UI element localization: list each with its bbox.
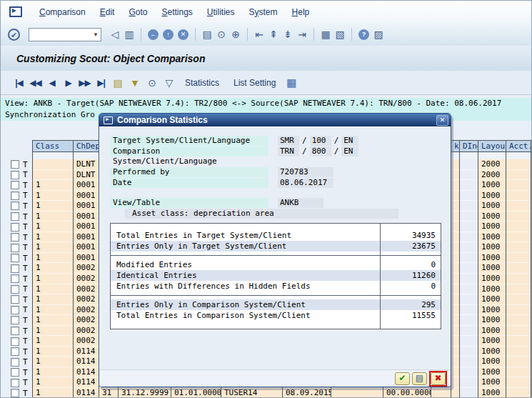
table-cell: [506, 388, 531, 398]
dialog-title-bar[interactable]: Comparison Statistics ✕: [99, 114, 451, 126]
menu-comparison[interactable]: Comparison: [32, 6, 93, 19]
table-cell: [451, 212, 460, 222]
table-cell: 1: [32, 388, 74, 398]
row-checkbox[interactable]: [11, 171, 19, 179]
delete-filter-icon[interactable]: ▽: [161, 77, 178, 89]
row-checkbox[interactable]: [11, 191, 19, 200]
previous-screen-icon[interactable]: ◀◀: [27, 78, 44, 88]
filter-icon[interactable]: ▼: [126, 77, 144, 89]
row-checkbox[interactable]: [11, 337, 19, 346]
command-field[interactable]: ▼: [29, 28, 101, 41]
row-checkbox[interactable]: [11, 212, 19, 221]
row-checkbox[interactable]: [11, 316, 19, 324]
cancel-button[interactable]: ✖: [431, 372, 446, 385]
row-checkbox[interactable]: [11, 379, 19, 387]
dialog-field: View/TableANKB: [110, 198, 323, 208]
table-cell: 00.00.0000: [383, 388, 431, 398]
row-checkbox[interactable]: [11, 358, 19, 367]
row-checkbox[interactable]: [11, 306, 19, 314]
row-checkbox[interactable]: [11, 327, 19, 335]
row-type-label: T: [23, 284, 28, 294]
last-record-icon[interactable]: ▶|: [93, 78, 109, 88]
help-icon[interactable]: ?: [358, 29, 369, 40]
menu-help[interactable]: Help: [285, 6, 317, 19]
row-checkbox[interactable]: [11, 254, 19, 262]
value-separator: /: [299, 136, 310, 146]
table-cell: [451, 232, 460, 243]
row-checkbox[interactable]: [11, 274, 19, 283]
find-next-icon[interactable]: ⊕: [229, 29, 243, 40]
table-cell: 1000: [478, 294, 506, 305]
continue-button[interactable]: ✔: [395, 372, 410, 385]
table-cell: 1: [32, 232, 74, 243]
cancel-icon[interactable]: ✕: [178, 29, 189, 40]
next-record-icon[interactable]: ▶: [60, 78, 76, 88]
table-cell: 0002: [74, 263, 99, 274]
print-button[interactable]: ▤: [412, 372, 427, 385]
command-input[interactable]: [29, 30, 93, 39]
nav-back-icon[interactable]: ◁: [108, 29, 122, 40]
first-page-icon[interactable]: ⇤: [252, 29, 266, 40]
table-cell: DLNT: [74, 159, 99, 170]
table-cell: 0001: [74, 253, 99, 264]
print-icon[interactable]: ▤: [200, 29, 214, 40]
print-icon[interactable]: ▤: [109, 77, 126, 89]
row-checkbox[interactable]: [11, 244, 19, 252]
row-checkbox[interactable]: [11, 181, 19, 189]
menu-settings[interactable]: Settings: [154, 6, 199, 19]
save-icon[interactable]: ▥: [122, 29, 136, 40]
table-cell: 1: [32, 377, 74, 388]
row-select-area: T: [1, 253, 32, 264]
menu-goto[interactable]: Goto: [121, 6, 154, 19]
stats-row: Entries Only in Target System/Client2367…: [111, 241, 441, 252]
row-checkbox[interactable]: [11, 202, 19, 210]
detail-list-icon[interactable]: ▦: [283, 76, 300, 89]
stats-value: 0: [380, 281, 441, 292]
row-type-label: T: [23, 378, 28, 387]
menu-system[interactable]: System: [242, 6, 285, 19]
previous-page-icon[interactable]: ⇞: [266, 29, 281, 40]
next-page-icon[interactable]: ⇟: [281, 29, 295, 40]
row-type-label: T: [23, 243, 28, 252]
row-checkbox[interactable]: [11, 285, 19, 294]
list-setting-button[interactable]: List Setting: [226, 76, 283, 89]
field-label: Performed by: [110, 167, 268, 177]
chevron-down-icon[interactable]: ▼: [93, 31, 101, 38]
table-cell: [478, 152, 506, 159]
menu-utilities[interactable]: Utilities: [200, 6, 242, 19]
last-page-icon[interactable]: ⇥: [295, 29, 309, 40]
create-shortcut-icon[interactable]: ▧: [333, 29, 347, 40]
table-cell: 0001: [74, 222, 99, 232]
application-toolbar: |◀◀◀◀▶▶▶▶|▤▼⊙▽StatisticsList Setting▦: [1, 71, 531, 95]
row-checkbox[interactable]: [11, 368, 19, 377]
table-cell: 0114: [74, 377, 99, 388]
row-checkbox[interactable]: [11, 264, 19, 273]
stats-row: Entries with Differences in Hidden Field…: [111, 281, 441, 292]
row-checkbox[interactable]: [11, 347, 19, 356]
row-checkbox[interactable]: [11, 233, 19, 242]
first-record-icon[interactable]: |◀: [11, 78, 27, 88]
menu-edit[interactable]: Edit: [93, 6, 122, 19]
new-session-icon[interactable]: ▦: [318, 29, 333, 40]
customize-layout-icon[interactable]: ▨: [371, 29, 386, 40]
search-icon[interactable]: ⊙: [144, 77, 161, 89]
row-checkbox[interactable]: [11, 160, 19, 169]
table-cell: [451, 253, 460, 264]
table-cell: 1: [32, 191, 74, 202]
table-cell: 1000: [478, 305, 506, 316]
row-checkbox[interactable]: [11, 223, 19, 232]
row-checkbox[interactable]: [11, 389, 19, 397]
row-type-label: T: [23, 191, 28, 200]
next-screen-icon[interactable]: ▶▶: [76, 78, 93, 88]
enter-icon[interactable]: ✔: [8, 29, 20, 41]
dialog-field: Target System/Client/LanguageSMR/100/EN: [110, 136, 358, 146]
previous-record-icon[interactable]: ◀: [44, 78, 60, 88]
exit-icon[interactable]: ↑: [163, 29, 174, 40]
close-icon[interactable]: ✕: [436, 115, 448, 126]
find-icon[interactable]: ⊙: [214, 29, 229, 40]
back-icon[interactable]: ←: [148, 29, 159, 40]
row-checkbox[interactable]: [11, 295, 19, 304]
table-cell: 1: [32, 253, 74, 264]
stats-row: Modified Entries0: [111, 259, 441, 270]
statistics-button[interactable]: Statistics: [178, 76, 226, 89]
